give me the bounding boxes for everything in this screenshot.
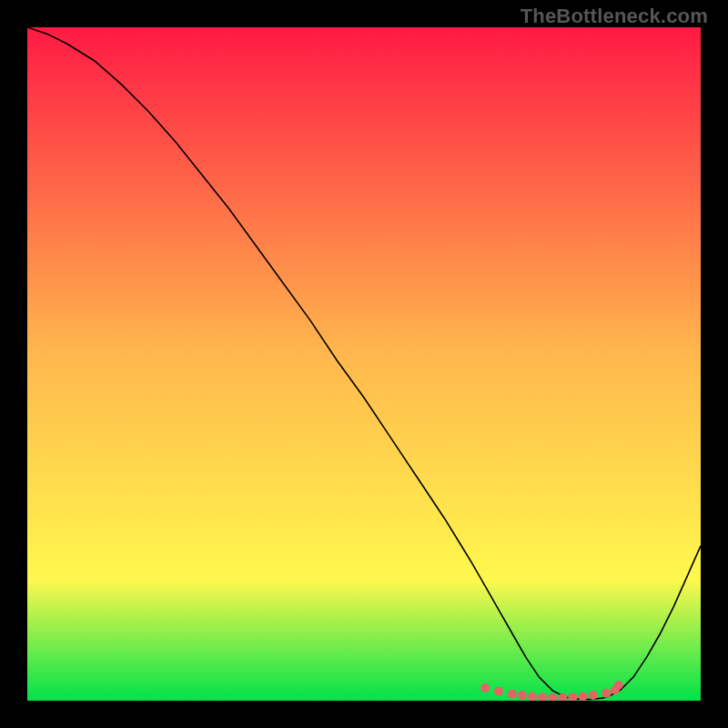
plot-area — [27, 27, 701, 701]
chart-svg — [27, 27, 701, 701]
marker-dot — [480, 683, 490, 693]
marker-dot — [614, 681, 623, 690]
marker-dot — [602, 689, 611, 698]
marker-dot — [508, 690, 517, 699]
marker-dot — [589, 691, 598, 700]
chart-frame: TheBottleneck.com — [0, 0, 728, 728]
marker-dot — [494, 687, 503, 696]
marker-dot — [518, 691, 527, 700]
gradient-background — [27, 27, 701, 701]
watermark-text: TheBottleneck.com — [521, 5, 708, 28]
